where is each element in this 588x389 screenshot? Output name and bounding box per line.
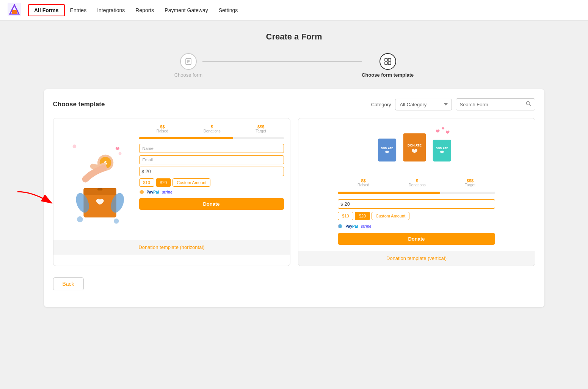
- search-input[interactable]: [460, 102, 524, 107]
- step-2-label: Choose form template: [362, 72, 414, 78]
- vertical-preset-10: $10: [338, 212, 353, 220]
- step-2: Choose form template: [362, 53, 414, 78]
- top-navigation: All Forms Entries Integrations Reports P…: [0, 0, 588, 20]
- vertical-amount-row: $ 20: [338, 199, 495, 209]
- form-stats: $$ Raised $ Donations $$$ Target: [139, 124, 284, 133]
- card-preview-horizontal: $: [53, 118, 290, 240]
- step-1-label: Choose form: [174, 72, 202, 78]
- svg-text:DON ATE: DON ATE: [408, 144, 422, 148]
- step-2-circle: [379, 53, 396, 70]
- category-label: Category: [371, 102, 391, 107]
- amount-input-preview: $ 20: [139, 167, 284, 176]
- name-input-preview: Name: [139, 144, 284, 153]
- nav-all-forms[interactable]: All Forms: [28, 4, 65, 16]
- svg-point-35: [339, 224, 342, 228]
- progress-bar: [139, 137, 284, 139]
- back-area: Back: [53, 277, 535, 298]
- progress-fill: [139, 137, 233, 139]
- step-1: Choose form: [174, 53, 202, 78]
- vertical-preset-buttons: $10 $20 Custom Amount: [338, 212, 495, 220]
- cards-grid: $: [53, 118, 535, 266]
- svg-rect-9: [385, 62, 387, 65]
- svg-point-25: [114, 219, 119, 224]
- nav-reports[interactable]: Reports: [130, 5, 159, 16]
- card-vertical-label: Donation template (vertical): [298, 251, 535, 266]
- search-wrapper: [456, 98, 535, 110]
- preset-20: $20: [156, 178, 171, 187]
- preset-10: $10: [139, 178, 154, 187]
- email-input-preview: Email: [139, 155, 284, 164]
- svg-point-14: [73, 145, 77, 148]
- template-header: Choose template Category All Category: [53, 98, 535, 110]
- illustration-horizontal: $: [60, 124, 135, 234]
- svg-rect-8: [388, 58, 391, 61]
- illustration-vertical: DON ATE DON ATE DON ATE: [304, 124, 529, 174]
- category-dropdown[interactable]: All Category: [395, 99, 452, 110]
- back-button[interactable]: Back: [53, 277, 84, 290]
- payment-logos: PayPal stripe: [139, 190, 284, 194]
- nav-entries[interactable]: Entries: [65, 5, 92, 16]
- card-horizontal[interactable]: $: [53, 118, 290, 266]
- svg-rect-10: [388, 62, 391, 65]
- vertical-progress-bar: [338, 192, 495, 194]
- nav-settings[interactable]: Settings: [213, 5, 243, 16]
- template-section-title: Choose template: [53, 101, 105, 108]
- svg-text:DON ATE: DON ATE: [436, 146, 448, 150]
- vertical-paypal: PayPal: [345, 224, 358, 228]
- vertical-form-stats: $$ Raised $ Donations $$$ Target: [338, 178, 495, 187]
- svg-text:DON ATE: DON ATE: [381, 146, 393, 150]
- card-vertical[interactable]: DON ATE DON ATE DON ATE: [298, 118, 535, 266]
- search-icon[interactable]: [526, 101, 531, 108]
- svg-rect-28: [378, 139, 396, 161]
- svg-line-13: [529, 105, 531, 106]
- arrow-indicator: [14, 188, 59, 212]
- app-logo: [8, 3, 24, 18]
- page-title: Create a Form: [44, 32, 544, 42]
- template-filters: Category All Category: [371, 98, 535, 110]
- paypal-logo: PayPal: [147, 190, 159, 194]
- main-content: Create a Form Choose form: [29, 20, 560, 318]
- vertical-progress-fill: [338, 192, 440, 194]
- svg-rect-7: [385, 58, 387, 61]
- preset-buttons-preview: $10 $20 Custom Amount: [139, 178, 284, 187]
- vertical-stripe: stripe: [361, 224, 371, 228]
- vertical-payment-row: PayPal stripe: [338, 224, 495, 228]
- step-1-circle: [180, 53, 197, 70]
- svg-rect-32: [433, 140, 451, 162]
- stepper: Choose form Choose form template: [44, 53, 544, 78]
- svg-rect-21: [97, 188, 102, 191]
- vertical-donate-button: Donate: [338, 233, 495, 245]
- nav-payment-gateway[interactable]: Payment Gateway: [159, 5, 213, 16]
- svg-rect-2: [12, 10, 17, 14]
- nav-integrations[interactable]: Integrations: [92, 5, 130, 16]
- svg-point-24: [77, 216, 83, 222]
- donate-button-preview: Donate: [139, 198, 284, 210]
- stripe-logo: stripe: [162, 190, 172, 194]
- card-horizontal-label: Donation template (horizontal): [53, 240, 290, 255]
- custom-amount-btn: Custom Amount: [172, 178, 210, 187]
- step-connector: [202, 61, 362, 62]
- card-preview-vertical: DON ATE DON ATE DON ATE: [298, 118, 535, 251]
- vertical-custom-btn: Custom Amount: [372, 212, 409, 220]
- template-container: Choose template Category All Category: [44, 89, 544, 307]
- svg-point-15: [119, 152, 122, 155]
- form-preview-horizontal: $$ Raised $ Donations $$$ Target: [139, 124, 284, 234]
- vertical-preset-20: $20: [355, 212, 370, 220]
